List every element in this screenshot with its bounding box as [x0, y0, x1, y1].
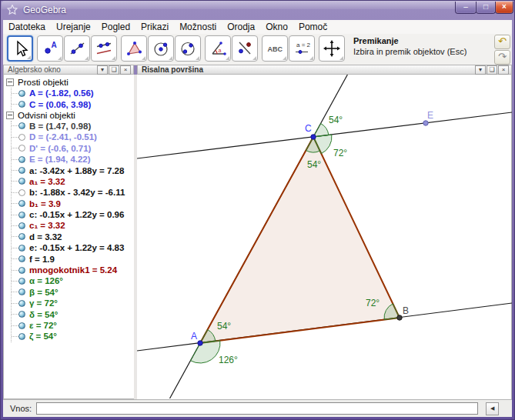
- tool-dropdown-arrow-icon[interactable]: [112, 56, 115, 60]
- tool-dropdown-arrow-icon[interactable]: [283, 56, 286, 60]
- tool-dropdown-arrow-icon[interactable]: [226, 56, 229, 60]
- menu-item-pomoc[interactable]: Pomoč: [293, 22, 333, 32]
- triangle-ABC[interactable]: [200, 137, 400, 343]
- tool-dropdown-arrow-icon[interactable]: [309, 56, 313, 60]
- tool-move-canvas-button[interactable]: [319, 35, 345, 62]
- drawing-restore-icon[interactable]: ❏: [487, 65, 497, 75]
- tree-item-row[interactable]: e: -0.15x + 1.22y = 4.83: [12, 242, 134, 253]
- tool-conic-two-points-button[interactable]: [175, 35, 201, 62]
- tree-item-row[interactable]: c₁ = 3.32: [12, 220, 134, 231]
- object-visible-icon[interactable]: [18, 300, 25, 307]
- tool-mirror-button[interactable]: [232, 35, 258, 62]
- object-visible-icon[interactable]: [18, 333, 25, 340]
- tool-angle-button[interactable]: a: [205, 35, 231, 62]
- point-E[interactable]: [423, 121, 428, 125]
- tree-item-row[interactable]: β = 54°: [12, 287, 134, 298]
- tree-item-row[interactable]: D' = (-0.6, 0.71): [12, 143, 134, 154]
- window-close-button[interactable]: ×: [495, 2, 513, 14]
- tree-item-row[interactable]: α = 126°: [12, 275, 134, 286]
- tool-dropdown-arrow-icon[interactable]: [85, 56, 89, 60]
- object-visible-icon[interactable]: [18, 222, 25, 229]
- tree-group-row[interactable]: Odvisni objekti: [4, 110, 134, 121]
- tool-line-two-points-button[interactable]: [64, 35, 90, 62]
- tree-item-row[interactable]: A = (-1.82, 0.56): [12, 88, 134, 98]
- tool-dropdown-arrow-icon[interactable]: [169, 56, 172, 60]
- point-A[interactable]: [198, 341, 202, 345]
- angle-54-top-C[interactable]: [313, 124, 329, 138]
- menu-item-moznosti[interactable]: Možnosti: [174, 22, 222, 32]
- object-visible-icon[interactable]: [18, 101, 25, 108]
- tool-slider-button[interactable]: a = 2: [289, 35, 315, 62]
- drawing-dropdown-icon[interactable]: ▾: [475, 65, 486, 75]
- tree-item-row[interactable]: E = (1.94, 4.22): [12, 154, 134, 165]
- tree-item-row[interactable]: b₁ = 3.9: [12, 198, 134, 209]
- tree-item-row[interactable]: d = 3.32: [12, 232, 134, 242]
- object-visible-icon[interactable]: [18, 90, 25, 97]
- input-help-icon[interactable]: ◀: [486, 402, 499, 415]
- window-maximize-button[interactable]: □: [476, 2, 496, 14]
- tree-item-row[interactable]: c: -0.15x + 1.22y = 0.96: [12, 209, 134, 220]
- window-minimize-button[interactable]: –: [455, 2, 477, 14]
- object-visible-icon[interactable]: [18, 245, 25, 252]
- tool-dropdown-arrow-icon[interactable]: [27, 55, 31, 59]
- drawing-canvas[interactable]: ABCE54°72°54°54°126°72°: [137, 75, 512, 399]
- tree-item-row[interactable]: C = (0.06, 3.98): [12, 98, 134, 109]
- algebra-restore-icon[interactable]: ❏: [109, 65, 119, 75]
- object-visible-icon[interactable]: [18, 255, 25, 262]
- tree-item-row[interactable]: a₁ = 3.32: [12, 176, 134, 187]
- tool-polygon-button[interactable]: [121, 35, 147, 62]
- tool-circle-center-point-button[interactable]: [148, 35, 174, 62]
- geometry-scene[interactable]: ABCE54°72°54°54°126°72°: [137, 75, 512, 398]
- object-visible-icon[interactable]: [18, 233, 25, 240]
- angle-126-A[interactable]: [191, 341, 221, 363]
- tool-dropdown-arrow-icon[interactable]: [252, 56, 256, 60]
- object-visible-icon[interactable]: [18, 156, 25, 163]
- command-input[interactable]: [36, 402, 478, 415]
- collapse-minus-icon[interactable]: [6, 78, 14, 86]
- object-visible-icon[interactable]: [18, 212, 25, 218]
- tree-item-row[interactable]: ε = 72°: [12, 320, 134, 331]
- title-bar[interactable]: GeoGebra – □ ×: [0, 0, 515, 20]
- object-visible-icon[interactable]: [18, 167, 25, 174]
- object-visible-icon[interactable]: [18, 288, 25, 295]
- redo-icon[interactable]: ↷: [494, 50, 510, 65]
- menu-item-prikazi[interactable]: Prikazi: [135, 22, 174, 32]
- drawing-close-icon[interactable]: ×: [498, 65, 509, 75]
- tree-item-row[interactable]: mnogokotnik1 = 5.24: [12, 265, 134, 275]
- tree-item-row[interactable]: a: -3.42x + 1.88y = 7.28: [12, 165, 134, 175]
- algebra-dropdown-icon[interactable]: ▾: [97, 65, 108, 75]
- menu-item-urejanje[interactable]: Urejanje: [51, 22, 96, 32]
- tool-dropdown-arrow-icon[interactable]: [196, 56, 199, 60]
- tool-parallel-line-button[interactable]: [91, 35, 117, 62]
- tree-item-row[interactable]: δ = 54°: [12, 308, 134, 319]
- object-hidden-icon[interactable]: [18, 145, 25, 152]
- object-hidden-icon[interactable]: [18, 134, 25, 141]
- menu-item-okno[interactable]: Okno: [260, 22, 293, 32]
- menu-item-orodja[interactable]: Orodja: [222, 22, 260, 32]
- tree-item-row[interactable]: D = (-2.41, -0.51): [12, 132, 134, 142]
- menu-item-datoteka[interactable]: Datoteka: [3, 22, 51, 32]
- undo-icon[interactable]: ↶: [494, 35, 510, 49]
- object-visible-icon[interactable]: [18, 267, 25, 274]
- tree-item-row[interactable]: γ = 72°: [12, 298, 134, 308]
- tree-item-row[interactable]: ζ = 54°: [12, 331, 134, 342]
- menu-item-pogled[interactable]: Pogled: [96, 22, 135, 32]
- object-visible-icon[interactable]: [18, 311, 25, 318]
- object-visible-icon[interactable]: [18, 322, 25, 329]
- tree-item-row[interactable]: f = 1.9: [12, 253, 134, 264]
- object-visible-icon[interactable]: [18, 122, 25, 129]
- point-B[interactable]: [397, 315, 402, 320]
- object-visible-icon[interactable]: [18, 200, 25, 207]
- tree-group-row[interactable]: Prosti objekti: [4, 77, 134, 88]
- tool-dropdown-arrow-icon[interactable]: [339, 56, 343, 60]
- tool-text-button[interactable]: ABC: [262, 35, 288, 62]
- point-C[interactable]: [311, 135, 316, 139]
- object-visible-icon[interactable]: [18, 278, 25, 285]
- tree-item-row[interactable]: b: -1.88x - 3.42y = -6.11: [12, 187, 134, 198]
- tool-point-button[interactable]: A: [37, 35, 63, 62]
- collapse-minus-icon[interactable]: [6, 112, 14, 119]
- object-hidden-icon[interactable]: [18, 189, 25, 196]
- tool-dropdown-arrow-icon[interactable]: [58, 56, 62, 60]
- algebra-close-icon[interactable]: ×: [120, 65, 131, 75]
- tool-move-button[interactable]: [7, 35, 33, 62]
